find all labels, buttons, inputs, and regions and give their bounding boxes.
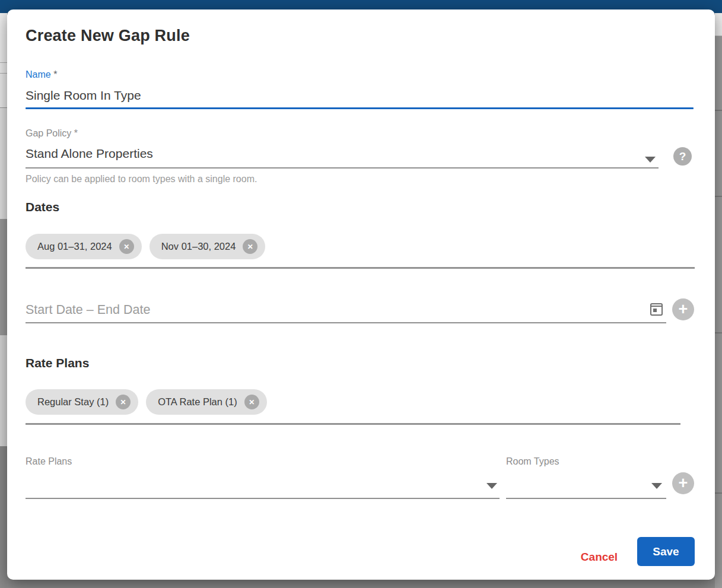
add-date-range-button[interactable]: + [672,298,694,320]
help-icon[interactable]: ? [673,147,692,166]
background-page-left-edge [0,13,7,588]
dialog-title: Create New Gap Rule [26,27,190,45]
gap-policy-underline [26,167,659,169]
dates-chip-row: Aug 01–31, 2024 ✕ Nov 01–30, 2024 ✕ [26,234,265,259]
rate-plans-field-underline [26,423,680,425]
rate-plan-chip: Regular Stay (1) ✕ [26,389,138,415]
rate-plans-select-label: Rate Plans [26,456,72,467]
save-button[interactable]: Save [637,537,695,566]
name-input[interactable] [26,87,690,104]
rate-plans-select[interactable] [26,469,500,498]
required-marker: * [53,69,57,80]
rate-plans-select-underline [26,498,500,499]
room-types-select[interactable] [506,469,666,498]
close-icon[interactable]: ✕ [116,395,131,409]
cancel-button[interactable]: Cancel [570,544,629,570]
dates-field-underline [26,267,695,269]
name-field-label: Name * [26,69,57,80]
add-rate-plan-room-type-button[interactable]: + [672,472,694,494]
dates-section-heading: Dates [26,200,59,214]
close-icon[interactable]: ✕ [119,239,134,254]
calendar-icon[interactable] [650,303,663,316]
room-types-select-underline [506,498,666,499]
name-input-focus-underline [26,107,694,109]
gap-policy-label: Gap Policy * [26,128,78,139]
date-range-input[interactable] [26,300,619,319]
required-marker: * [74,128,78,138]
date-range-underline [26,322,666,323]
rate-plans-chip-row: Regular Stay (1) ✕ OTA Rate Plan (1) ✕ [26,389,267,415]
create-gap-rule-dialog: Create New Gap Rule Name * Gap Policy * … [7,9,715,580]
chevron-down-icon [651,483,662,489]
date-chip: Nov 01–30, 2024 ✕ [150,234,266,259]
close-icon[interactable]: ✕ [244,395,259,409]
date-chip: Aug 01–31, 2024 ✕ [26,234,142,259]
gap-policy-helper-text: Policy can be applied to room types with… [26,174,257,185]
gap-policy-select[interactable]: Stand Alone Properties [26,147,153,161]
rate-plan-chip: OTA Rate Plan (1) ✕ [146,389,267,415]
chevron-down-icon [645,157,656,163]
chevron-down-icon [486,483,497,489]
room-types-select-label: Room Types [506,456,559,467]
background-page-right-edge [715,13,722,588]
close-icon[interactable]: ✕ [243,239,257,254]
rate-plans-section-heading: Rate Plans [26,356,89,370]
